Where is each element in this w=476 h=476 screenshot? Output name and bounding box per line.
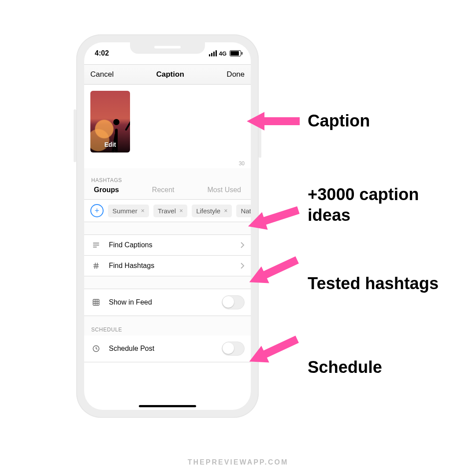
schedule-post-label: Schedule Post <box>109 345 214 353</box>
schedule-post-row[interactable]: Schedule Post <box>84 335 251 362</box>
grid-icon <box>91 298 101 306</box>
show-in-feed-label: Show in Feed <box>109 298 214 306</box>
svg-marker-13 <box>247 112 300 130</box>
hashtag-tabs: Groups Recent Most Used <box>84 186 251 200</box>
svg-rect-7 <box>93 299 99 305</box>
tab-recent[interactable]: Recent <box>152 186 175 194</box>
show-in-feed-row[interactable]: Show in Feed <box>84 289 251 316</box>
cancel-button[interactable]: Cancel <box>90 70 114 79</box>
show-in-feed-toggle[interactable] <box>222 295 245 309</box>
svg-line-5 <box>95 263 96 269</box>
chip-travel[interactable]: Travel× <box>153 205 187 217</box>
clock-icon <box>91 345 101 353</box>
add-group-icon[interactable]: + <box>90 204 104 217</box>
page-title: Caption <box>114 70 227 79</box>
footer-brand: THEPREVIEWAPP.COM <box>0 458 476 466</box>
close-icon[interactable]: × <box>224 207 227 214</box>
phone-mockup: 4:02 4G Cancel Caption Done Edit 30 HASH… <box>76 34 259 418</box>
post-thumbnail[interactable]: Edit <box>90 91 130 152</box>
schedule-header: SCHEDULE <box>84 316 251 335</box>
tab-groups[interactable]: Groups <box>94 186 119 194</box>
phone-screen: 4:02 4G Cancel Caption Done Edit 30 HASH… <box>84 42 251 410</box>
lines-icon <box>91 241 101 249</box>
caption-area[interactable]: Edit 30 <box>84 85 251 168</box>
find-captions-label: Find Captions <box>109 241 232 249</box>
find-captions-row[interactable]: Find Captions <box>84 235 251 256</box>
phone-notch <box>130 42 205 54</box>
svg-line-6 <box>97 263 98 269</box>
annotation-schedule: Schedule <box>247 339 382 378</box>
status-time: 4:02 <box>95 49 109 57</box>
chip-summer[interactable]: Summer× <box>108 205 149 217</box>
home-indicator <box>139 405 196 407</box>
find-hashtags-row[interactable]: Find Hashtags <box>84 256 251 276</box>
schedule-toggle[interactable] <box>222 342 245 356</box>
nav-bar: Cancel Caption Done <box>84 64 251 85</box>
status-network: 4G <box>219 50 227 57</box>
chevron-right-icon <box>240 242 245 249</box>
annotation-tested-hashtags: Tested hashtags <box>247 260 439 294</box>
close-icon[interactable]: × <box>179 207 183 214</box>
annotation-caption: Caption <box>247 110 370 132</box>
edit-thumbnail-label: Edit <box>90 141 130 148</box>
hashtags-header: HASHTAGS <box>84 168 251 186</box>
close-icon[interactable]: × <box>141 207 145 214</box>
chevron-right-icon <box>240 262 245 269</box>
find-hashtags-label: Find Hashtags <box>109 262 232 270</box>
chip-lifestyle[interactable]: Lifestyle× <box>192 205 232 217</box>
battery-icon <box>230 50 241 56</box>
hashtag-chips[interactable]: + Summer× Travel× Lifestyle× Nature <box>84 200 251 222</box>
signal-icon <box>209 50 217 56</box>
caption-count: 30 <box>239 160 245 167</box>
tab-most-used[interactable]: Most Used <box>208 186 241 194</box>
annotation-caption-ideas: +3000 caption ideas <box>247 207 440 229</box>
hashtag-icon <box>91 262 101 270</box>
arrow-left-icon <box>247 110 300 132</box>
done-button[interactable]: Done <box>227 70 245 79</box>
